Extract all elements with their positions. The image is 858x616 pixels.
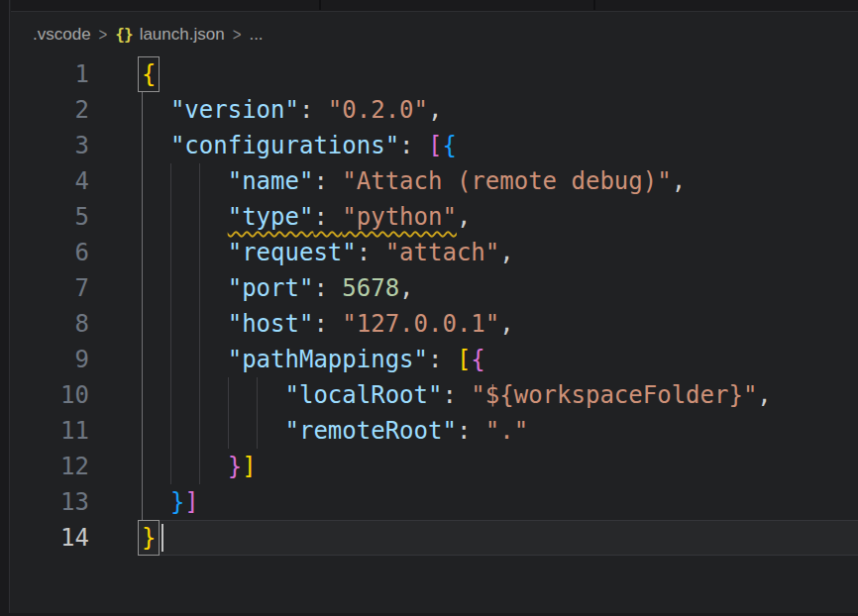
code-line[interactable]: 1{ (11, 56, 858, 92)
code-text: "name": "Attach (remote debug)", (142, 167, 686, 195)
line-number[interactable]: 13 (11, 484, 89, 520)
line-number[interactable]: 7 (11, 270, 89, 306)
line-number[interactable]: 2 (11, 92, 89, 128)
warning-squiggle-text: "type": "python" (228, 203, 457, 231)
code-text: "version": "0.2.0", (142, 96, 442, 124)
code-text: } (142, 524, 163, 552)
code-text: }] (142, 488, 199, 516)
code-line[interactable]: 5 "type": "python", (11, 199, 858, 235)
line-number[interactable]: 8 (11, 306, 89, 342)
code-text: "configurations": [{ (142, 132, 457, 159)
code-text: { (142, 60, 160, 88)
code-line[interactable]: 9 "pathMappings": [{ (11, 342, 858, 377)
tab-bar (11, 0, 858, 12)
line-number[interactable]: 4 (11, 163, 89, 199)
code-line[interactable]: 7 "port": 5678, (11, 270, 858, 306)
code-text: "pathMappings": [{ (142, 346, 485, 373)
line-number[interactable]: 11 (11, 413, 89, 449)
editor-pane[interactable]: .vscode > {} launch.json > ... 1{2 "vers… (11, 12, 858, 613)
current-line-highlight (138, 520, 858, 556)
chevron-right-icon: > (99, 24, 108, 45)
code-line[interactable]: 10 "localRoot": "${workspaceFolder}", (11, 377, 858, 413)
code-text: }] (142, 453, 257, 480)
code-line[interactable]: 13 }] (11, 484, 858, 520)
code-line[interactable]: 4 "name": "Attach (remote debug)", (11, 163, 858, 199)
matched-bracket: } (138, 520, 160, 556)
line-number[interactable]: 14 (11, 520, 89, 556)
line-number[interactable]: 12 (11, 449, 89, 484)
tab-separator (593, 0, 595, 10)
code-line[interactable]: 6 "request": "attach", (11, 235, 858, 270)
line-number[interactable]: 5 (11, 199, 89, 235)
tab-separator (319, 0, 321, 10)
chevron-right-icon: > (233, 24, 242, 45)
code-text: "remoteRoot": "." (142, 417, 528, 445)
code-lines[interactable]: 1{2 "version": "0.2.0",3 "configurations… (11, 56, 858, 556)
breadcrumb-ellipsis[interactable]: ... (249, 25, 263, 45)
code-line[interactable]: 11 "remoteRoot": "." (11, 413, 858, 449)
breadcrumb-item-folder[interactable]: .vscode (33, 25, 91, 45)
code-text: "request": "attach", (142, 239, 514, 266)
line-number[interactable]: 10 (11, 377, 89, 413)
line-number[interactable]: 6 (11, 235, 89, 270)
panel-edge (0, 0, 10, 616)
code-text: "type": "python", (142, 203, 471, 231)
code-line[interactable]: 14} (11, 520, 858, 556)
breadcrumb: .vscode > {} launch.json > ... (11, 12, 858, 56)
code-text: "localRoot": "${workspaceFolder}", (142, 381, 772, 409)
breadcrumb-item-file[interactable]: launch.json (140, 25, 225, 45)
code-text: "host": "127.0.0.1", (142, 310, 514, 338)
line-number[interactable]: 9 (11, 342, 89, 377)
code-line[interactable]: 12 }] (11, 449, 858, 484)
code-line[interactable]: 3 "configurations": [{ (11, 128, 858, 163)
line-number[interactable]: 1 (11, 56, 89, 92)
line-number[interactable]: 3 (11, 128, 89, 163)
code-line[interactable]: 8 "host": "127.0.0.1", (11, 306, 858, 342)
text-cursor (161, 524, 163, 552)
code-line[interactable]: 2 "version": "0.2.0", (11, 92, 858, 128)
json-braces-icon: {} (115, 25, 132, 44)
code-text: "port": 5678, (142, 274, 414, 302)
matched-bracket: { (138, 56, 160, 92)
